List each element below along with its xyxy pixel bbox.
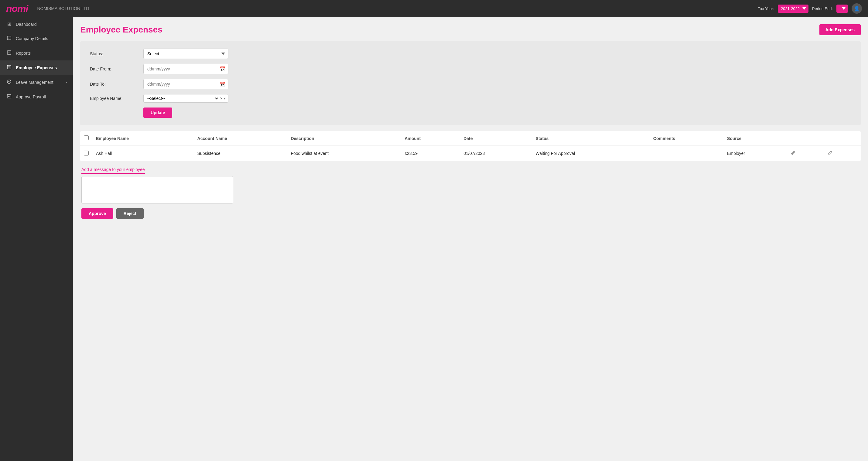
date-to-label: Date To: (90, 82, 138, 87)
employee-name-select[interactable]: --Select-- Ash Hall (146, 96, 219, 101)
sidebar-label-approve-payroll: Approve Payroll (16, 94, 46, 99)
filter-row-date-from: Date From: 📅 (90, 64, 851, 74)
table-head: Employee Name Account Name Description A… (80, 131, 861, 146)
edit-icon[interactable] (828, 151, 833, 156)
page-title: Employee Expenses (80, 25, 162, 35)
company-name: NOMISMA SOLUTION LTD (37, 6, 758, 11)
status-select[interactable]: Select Waiting For Approval Approved Rej… (143, 49, 228, 59)
date-from-calendar-icon[interactable]: 📅 (219, 66, 225, 72)
expenses-table: Employee Name Account Name Description A… (80, 131, 861, 161)
select-all-checkbox[interactable] (84, 135, 89, 140)
row-account-name: Subsistence (194, 146, 287, 161)
dashboard-icon: ⊞ (6, 21, 12, 27)
message-label: Add a message to your employee (82, 167, 145, 174)
row-amount: £23.59 (401, 146, 460, 161)
filter-row-update: Update (90, 107, 851, 118)
filter-row-employee: Employee Name: --Select-- Ash Hall × ▾ (90, 94, 851, 103)
approve-button[interactable]: Approve (82, 208, 113, 219)
th-actions-2 (824, 131, 861, 146)
action-buttons: Approve Reject (82, 208, 860, 219)
sidebar-label-reports: Reports (16, 51, 31, 56)
date-to-input[interactable] (143, 79, 228, 89)
svg-rect-4 (7, 51, 11, 54)
date-from-wrap: 📅 (143, 64, 228, 74)
topnav: nomi NOMISMA SOLUTION LTD Tax Year: 2021… (0, 0, 868, 17)
filter-card: Status: Select Waiting For Approval Appr… (80, 41, 861, 125)
th-comments: Comments (650, 131, 723, 146)
row-status: Waiting For Approval (532, 146, 650, 161)
sidebar-item-approve-payroll[interactable]: Approve Payroll (0, 90, 73, 104)
period-end-label: Period End: (812, 6, 833, 11)
tax-year-label: Tax Year: (758, 6, 774, 11)
employee-select-wrap: --Select-- Ash Hall × ▾ (143, 94, 228, 103)
update-button[interactable]: Update (143, 107, 172, 118)
page-header: Employee Expenses Add Expenses (80, 24, 861, 35)
employee-clear-icon[interactable]: × (220, 96, 223, 101)
leave-management-arrow: › (66, 80, 67, 85)
company-details-icon (6, 35, 12, 41)
tax-year-select[interactable]: 2021-2022 2022-2023 2023-2024 (778, 5, 808, 13)
row-comments (650, 146, 723, 161)
status-label: Status: (90, 51, 138, 56)
sidebar-item-company-details[interactable]: Company Details (0, 31, 73, 46)
employee-name-label: Employee Name: (90, 96, 138, 101)
reports-icon (6, 50, 12, 56)
period-end-select[interactable] (836, 5, 848, 13)
row-source: Employer (723, 146, 787, 161)
reject-button[interactable]: Reject (116, 208, 144, 219)
sidebar-item-employee-expenses[interactable]: Employee Expenses (0, 60, 73, 75)
sidebar-label-company-details: Company Details (16, 36, 48, 41)
leave-management-icon (6, 79, 12, 85)
employee-arrow-icon: ▾ (224, 96, 226, 100)
th-status: Status (532, 131, 650, 146)
topnav-right: Tax Year: 2021-2022 2022-2023 2023-2024 … (758, 3, 862, 14)
th-account-name: Account Name (194, 131, 287, 146)
th-amount: Amount (401, 131, 460, 146)
th-description: Description (287, 131, 401, 146)
sidebar: ⊞ Dashboard Company Details Reports Empl… (0, 17, 73, 461)
svg-point-11 (7, 80, 11, 84)
sidebar-item-leave-management[interactable]: Leave Management › (0, 75, 73, 90)
row-checkbox[interactable] (84, 151, 89, 155)
add-expenses-button[interactable]: Add Expenses (819, 24, 861, 35)
main-content: Employee Expenses Add Expenses Status: S… (73, 17, 868, 461)
th-actions-1 (787, 131, 824, 146)
date-from-label: Date From: (90, 66, 138, 71)
avatar-icon: 👤 (854, 6, 860, 11)
row-date: 01/07/2023 (460, 146, 532, 161)
date-to-calendar-icon[interactable]: 📅 (219, 82, 225, 87)
message-section: Add a message to your employee Approve R… (80, 167, 861, 219)
filter-row-date-to: Date To: 📅 (90, 79, 851, 89)
table-body: Ash Hall Subsistence Food whilst at even… (80, 146, 861, 161)
sidebar-label-dashboard: Dashboard (16, 22, 37, 27)
row-employee-name: Ash Hall (92, 146, 194, 161)
table-row: Ash Hall Subsistence Food whilst at even… (80, 146, 861, 161)
sidebar-label-employee-expenses: Employee Expenses (16, 65, 57, 70)
date-to-wrap: 📅 (143, 79, 228, 89)
sidebar-label-leave-management: Leave Management (16, 80, 54, 85)
row-description: Food whilst at event (287, 146, 401, 161)
row-attach-action (787, 146, 824, 161)
sidebar-item-dashboard[interactable]: ⊞ Dashboard (0, 17, 73, 31)
row-edit-action (824, 146, 861, 161)
th-employee-name: Employee Name (92, 131, 194, 146)
th-date: Date (460, 131, 532, 146)
employee-expenses-icon (6, 65, 12, 71)
date-from-input[interactable] (143, 64, 228, 74)
sidebar-item-reports[interactable]: Reports (0, 46, 73, 60)
approve-payroll-icon (6, 94, 12, 100)
table-header-row: Employee Name Account Name Description A… (80, 131, 861, 146)
th-source: Source (723, 131, 787, 146)
attach-icon[interactable] (791, 151, 796, 156)
expenses-table-card: Employee Name Account Name Description A… (80, 131, 861, 161)
message-textarea[interactable] (82, 176, 233, 204)
th-checkbox (80, 131, 92, 146)
row-checkbox-cell (80, 146, 92, 161)
avatar[interactable]: 👤 (851, 3, 862, 14)
filter-row-status: Status: Select Waiting For Approval Appr… (90, 49, 851, 59)
logo: nomi (6, 3, 28, 14)
